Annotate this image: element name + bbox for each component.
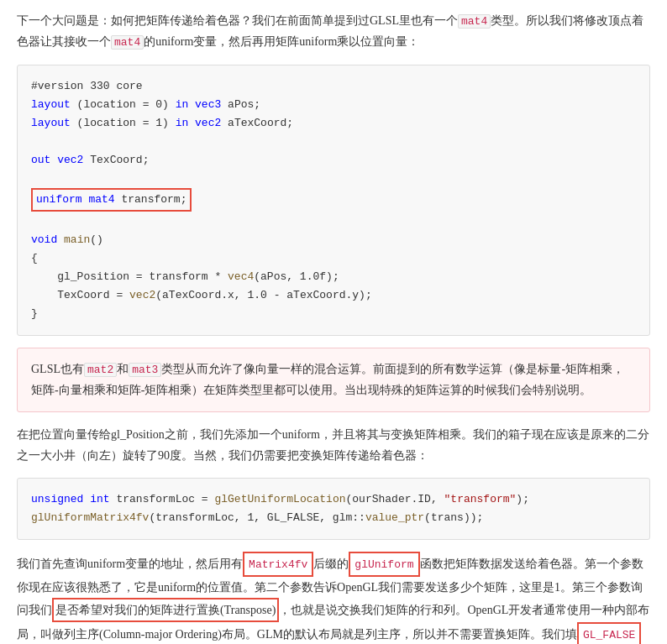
intro-text-3: 的uniform变量，然后再用矩阵uniform乘以位置向量： <box>144 35 419 48</box>
body-text-1-content: 在把位置向量传给gl_Position之前，我们先添加一个uniform，并且将… <box>17 428 649 462</box>
code-line-12: TexCoord = vec2(aTexCoord.x, 1.0 - aTexC… <box>31 286 636 305</box>
code-line-6 <box>31 170 636 188</box>
body-seg-3: 函数把矩阵数据发送给着色器。 <box>420 558 585 570</box>
code-line-uniform: uniform mat4 transform; <box>31 188 636 212</box>
code-line-8 <box>31 212 636 230</box>
inline-code-glfalse: GL_FALSE <box>580 629 638 641</box>
code-line-9: void main() <box>31 231 636 249</box>
code-line-2: layout (location = 0) in vec3 aPos; <box>31 96 636 114</box>
inline-code-mat2: mat2 <box>84 363 117 377</box>
transform-line-1: unsigned int transformLoc = glGetUniform… <box>31 490 636 509</box>
transform-code-block: unsigned int transformLoc = glGetUniform… <box>17 478 650 540</box>
inline-code-matrix4fv: Matrix4fv <box>246 558 310 571</box>
info-box: GLSL也有mat2和mat3类型从而允许了像向量一样的混合运算。前面提到的所有… <box>17 348 650 412</box>
body-seg-2: 后缀的 <box>313 558 349 570</box>
shader-code-block: #version 330 core layout (location = 0) … <box>17 65 650 336</box>
transform-line-2: glUniformMatrix4fv(transformLoc, 1, GL_F… <box>31 509 636 527</box>
code-line-4 <box>31 133 636 151</box>
code-line-10: { <box>31 249 636 268</box>
inline-code-mat3: mat3 <box>129 363 161 377</box>
code-line-3: layout (location = 1) in vec2 aTexCoord; <box>31 114 636 133</box>
info-text-2: 和 <box>117 363 129 375</box>
body-text-2: 我们首先查询uniform变量的地址，然后用有Matrix4fv后缀的glUni… <box>17 552 650 644</box>
inline-code-mat4-1: mat4 <box>458 14 491 29</box>
highlight-transpose: 是否希望对我们的矩阵进行置换(Transpose) <box>52 598 279 622</box>
info-text-1: GLSL也有 <box>31 363 84 375</box>
inline-code-gluniform: glUniform <box>352 558 416 571</box>
intro-paragraph: 下一个大问题是：如何把矩阵传递给着色器？我们在前面简单提到过GLSL里也有一个m… <box>17 10 650 53</box>
code-line-5: out vec2 TexCoord; <box>31 151 636 170</box>
body-text-1: 在把位置向量传给gl_Position之前，我们先添加一个uniform，并且将… <box>17 424 650 466</box>
code-line-1: #version 330 core <box>31 77 636 96</box>
intro-text-1: 下一个大问题是：如何把矩阵传递给着色器？我们在前面简单提到过GLSL里也有一个 <box>17 14 458 27</box>
code-line-13: } <box>31 305 636 323</box>
body-seg-1: 我们首先查询uniform变量的地址，然后用有 <box>17 558 243 570</box>
code-line-11: gl_Position = transform * vec4(aPos, 1.0… <box>31 268 636 286</box>
inline-code-mat4-2: mat4 <box>111 35 144 50</box>
